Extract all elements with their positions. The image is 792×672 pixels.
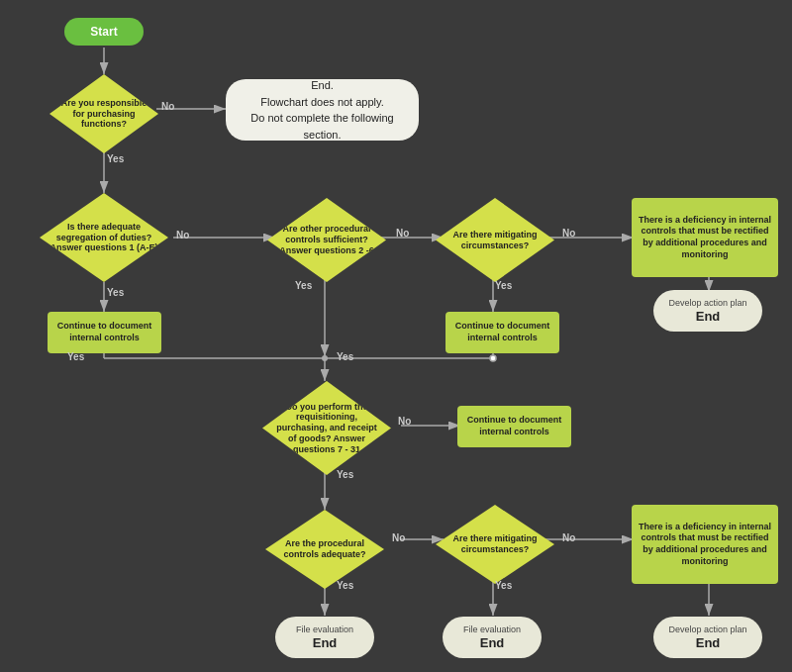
svg-point-23: [322, 355, 328, 361]
file-eval2-label: File evaluation: [463, 624, 521, 635]
continue3-box: Continue to document internal controls: [457, 406, 571, 447]
deficiency1-label: There is a deficiency in internal contro…: [632, 213, 778, 263]
file-eval2-pill: File evaluation End: [443, 617, 542, 658]
q7-label: Are there mitigating circumstances?: [436, 533, 554, 555]
deficiency2-label: There is a deficiency in internal contro…: [632, 520, 778, 570]
q5-no-label: No: [398, 416, 411, 427]
flowchart: Start Are you responsible for purchasing…: [0, 0, 792, 672]
q2-no-label: No: [176, 230, 189, 240]
q5-yes-label: Yes: [337, 469, 353, 480]
q4-label: Are there mitigating circumstances?: [436, 230, 554, 251]
q4-no-label: No: [562, 228, 575, 239]
end3-label: End: [313, 635, 338, 651]
q6-label: Are the procedural controls adequate?: [265, 538, 384, 560]
q3-yes-label: Yes: [295, 280, 312, 291]
q1-yes-label: Yes: [107, 153, 124, 164]
file-eval1-label: File evaluation: [296, 624, 353, 635]
continue1-box: Continue to document internal controls: [48, 312, 161, 353]
q3-label: Are other procedural controls sufficient…: [267, 224, 386, 255]
q1-no-label: No: [161, 101, 174, 112]
file-eval1-pill: File evaluation End: [275, 617, 374, 658]
q2-label: Is there adequate segregation of duties?…: [40, 222, 168, 253]
q6-no-label: No: [392, 532, 405, 543]
svg-point-24: [490, 355, 496, 361]
continue1-label: Continue to document internal controls: [48, 319, 161, 345]
action2-label: Develop action plan: [668, 624, 746, 635]
deficiency1-box: There is a deficiency in internal contro…: [632, 198, 778, 277]
action-end2-pill: Develop action plan End: [653, 617, 762, 658]
deficiency2-box: There is a deficiency in internal contro…: [632, 505, 778, 584]
start-label: Start: [90, 25, 117, 39]
end1-label: End: [696, 309, 721, 325]
action1-label: Develop action plan: [668, 298, 746, 309]
q1-label: Are you responsible for purchasing funct…: [50, 98, 158, 130]
continue3-label: Continue to document internal controls: [457, 413, 571, 439]
end-na-label: End.Flowchart does not apply.Do not comp…: [226, 73, 419, 146]
end2-label: End: [696, 635, 721, 651]
end4-label: End: [480, 635, 505, 651]
q7-yes-label: Yes: [495, 580, 512, 591]
start-node: Start: [64, 18, 144, 46]
q3-yes-merge-label: Yes: [337, 351, 353, 362]
continue1-yes-label: Yes: [67, 351, 84, 362]
continue2-box: Continue to document internal controls: [446, 312, 559, 353]
end-na-box: End.Flowchart does not apply.Do not comp…: [226, 79, 419, 141]
q4-yes-label: Yes: [495, 280, 512, 291]
continue2-label: Continue to document internal controls: [446, 319, 559, 345]
q2-yes-label: Yes: [107, 287, 124, 298]
q3-no-label: No: [396, 228, 409, 239]
action-end1-pill: Develop action plan End: [653, 290, 762, 332]
q7-no-label: No: [562, 532, 575, 543]
q6-yes-label: Yes: [337, 580, 353, 591]
